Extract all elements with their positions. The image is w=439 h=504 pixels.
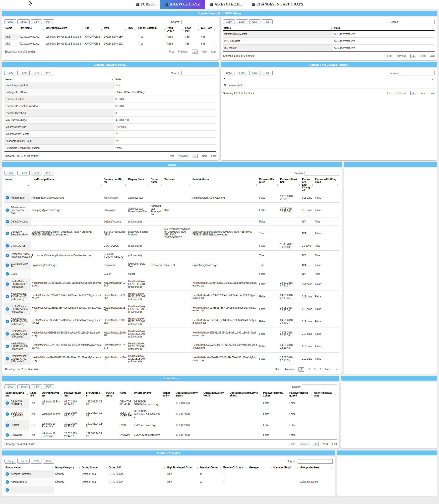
csv-button[interactable]: CSV	[31, 384, 42, 389]
expand-row-icon[interactable]: +	[5, 344, 9, 348]
sort-icon[interactable]: ▲▼	[163, 466, 165, 469]
csv-button[interactable]: CSV	[31, 459, 42, 464]
sort-icon[interactable]: ▲▼	[197, 466, 198, 469]
excel-button[interactable]: Excel	[17, 19, 29, 24]
sort-icon[interactable]: ▲▼	[102, 393, 104, 396]
expand-row-icon[interactable]: +	[5, 433, 9, 437]
sort-icon[interactable]: ▲▼	[330, 466, 332, 469]
sort-icon[interactable]: ▲	[432, 78, 434, 81]
pager-page-1[interactable]: 1	[410, 91, 416, 95]
sort-icon[interactable]: ▲▼	[81, 28, 83, 31]
pager-page-3[interactable]: 3	[314, 368, 315, 371]
pager-last[interactable]: Last	[430, 55, 435, 57]
column-header[interactable]: Group Members▲▼	[299, 465, 333, 470]
pager-last[interactable]: Last	[211, 50, 216, 53]
sort-icon[interactable]: ▲▼	[182, 28, 184, 31]
tab-ad-evotec-pl[interactable]: AD.EVOTEC.PL	[205, 0, 247, 9]
column-header[interactable]: ManagedBy▲▼	[162, 391, 175, 398]
pager-next[interactable]: Next	[323, 443, 328, 446]
expand-row-icon[interactable]: +	[5, 401, 9, 405]
column-header[interactable]: Name▲▼	[119, 391, 133, 398]
expand-row-icon[interactable]: +	[5, 332, 9, 336]
tab-changes-in-last-7-days[interactable]: CHANGES IN LAST 7 DAYS	[247, 0, 308, 9]
pager-next[interactable]: Next	[421, 92, 426, 95]
csv-button[interactable]: CSV	[31, 71, 42, 75]
column-header[interactable]: PasswordExpired▲▼	[258, 177, 279, 193]
excel-button[interactable]: Excel	[236, 71, 248, 75]
expand-row-icon[interactable]: +	[5, 480, 9, 484]
csv-button[interactable]: CSV	[249, 19, 260, 24]
column-header[interactable]: Host Name▲▼	[18, 26, 45, 33]
excel-button[interactable]: Excel	[236, 19, 248, 24]
sort-icon[interactable]: ▲▼	[163, 28, 165, 31]
column-header[interactable]: Value▲▼	[333, 26, 435, 31]
pager-first[interactable]: First	[387, 55, 392, 57]
pager-page-1[interactable]: 1	[410, 54, 416, 58]
pdf-button[interactable]: PDF	[43, 71, 54, 75]
expand-row-icon[interactable]: +	[5, 472, 9, 476]
column-header[interactable]: IPv4Address▲▼	[85, 391, 105, 398]
excel-button[interactable]: Excel	[17, 71, 29, 75]
column-header[interactable]: Global Catalog?▲▼	[137, 26, 166, 33]
sort-icon[interactable]: ▲▼	[334, 393, 336, 396]
pager-previous[interactable]: Previous	[178, 155, 188, 157]
column-header[interactable]: OperatingSystemVersion▲▼	[175, 391, 202, 398]
column-header[interactable]: Surname▲▼	[163, 177, 191, 193]
search-input[interactable]	[400, 20, 435, 24]
column-header[interactable]: Given Name▲▼	[150, 177, 163, 193]
pager-page-1[interactable]: 1	[192, 50, 198, 54]
pager-first[interactable]: First	[169, 155, 174, 157]
excel-button[interactable]: Excel	[17, 384, 29, 389]
sort-icon[interactable]: ▲▼	[277, 184, 278, 186]
sort-icon[interactable]: ▲▼	[312, 184, 313, 186]
column-header[interactable]: High Privileged Group▲▼	[166, 465, 199, 470]
column-header[interactable]: PasswordNotRequired▲▼	[288, 391, 313, 398]
column-header[interactable]: SSL Port▲▼	[200, 26, 216, 33]
column-header[interactable]: Group Category▲▼	[54, 465, 81, 470]
expand-row-icon[interactable]: +	[5, 357, 9, 361]
copy-button[interactable]: Copy	[223, 19, 235, 24]
column-header[interactable]: Operating System▲▼	[45, 26, 84, 33]
column-header[interactable]: Name▲	[223, 26, 333, 31]
pager-next[interactable]: Next	[325, 368, 331, 371]
column-header[interactable]: Group Scope▲▼	[81, 465, 108, 470]
expand-row-icon[interactable]: +	[5, 208, 9, 212]
column-header[interactable]: OperatingSystem▲▼	[41, 391, 63, 398]
sort-icon[interactable]: ▲	[51, 467, 53, 469]
column-header[interactable]: Ipv6▲▼	[127, 26, 137, 33]
expand-row-icon[interactable]: +	[5, 244, 9, 248]
sort-icon[interactable]: ▲	[15, 28, 17, 31]
column-header[interactable]: Site▲▼	[84, 26, 103, 33]
tab-forest[interactable]: FOREST	[131, 0, 160, 9]
sort-icon[interactable]: ▲▼	[135, 28, 137, 31]
column-header[interactable]: SamAccountName▲	[4, 391, 29, 398]
sort-icon[interactable]: ▲▼	[226, 393, 228, 396]
column-header[interactable]: PasswordLastSet▲▼	[279, 177, 301, 193]
column-header[interactable]: PasswordLastSet▲▼	[63, 391, 85, 398]
sort-icon[interactable]: ▲▼	[38, 393, 40, 396]
expand-row-icon[interactable]: +	[5, 220, 9, 224]
csv-button[interactable]: CSV	[249, 71, 260, 75]
sort-icon[interactable]: ▲	[112, 78, 114, 81]
pager-previous[interactable]: Previous	[178, 50, 188, 53]
expand-row-icon[interactable]: +	[5, 488, 9, 492]
sort-icon[interactable]: ▲▼	[130, 393, 132, 396]
column-header[interactable]: Manager▲▼	[248, 465, 272, 470]
expand-row-icon[interactable]: +	[5, 196, 9, 200]
sort-icon[interactable]: ▲▼	[159, 393, 161, 396]
search-input[interactable]	[181, 71, 216, 75]
expand-row-icon[interactable]: +	[5, 412, 9, 416]
column-header[interactable]: EmailAddress▲▼	[191, 177, 258, 193]
pdf-button[interactable]: PDF	[43, 19, 54, 24]
expand-row-icon[interactable]: +	[5, 295, 9, 298]
search-input[interactable]	[400, 71, 435, 75]
pager-last[interactable]: Last	[430, 92, 435, 95]
expand-row-icon[interactable]: +	[5, 307, 9, 311]
expand-row-icon[interactable]: +	[5, 423, 9, 427]
copy-button[interactable]: Copy	[4, 171, 16, 175]
column-header[interactable]: DNSHostName▲▼	[133, 391, 162, 398]
pager-last[interactable]: Last	[211, 155, 216, 157]
csv-button[interactable]: CSV	[31, 19, 42, 24]
column-header[interactable]: OperatingSystemServicePack▲▼	[229, 391, 262, 398]
expand-row-icon[interactable]: +	[5, 254, 9, 257]
